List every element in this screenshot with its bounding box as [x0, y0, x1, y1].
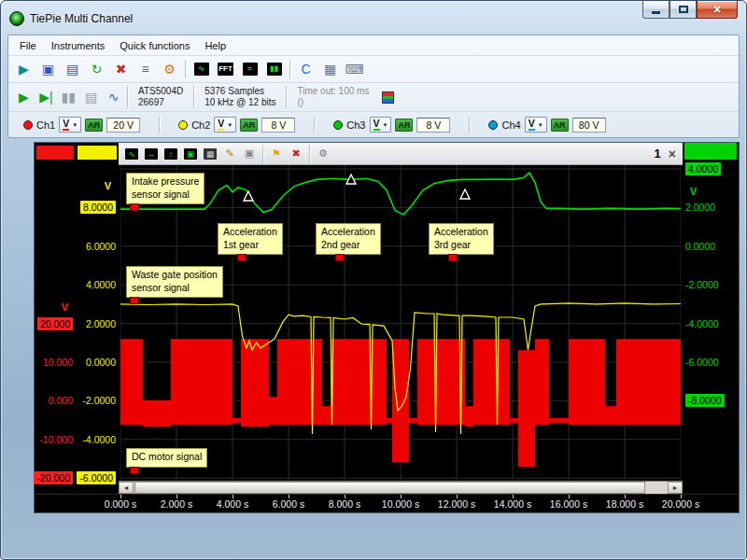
scope-mode-icon[interactable]: ▤ — [80, 87, 102, 108]
graph-display-icon: ∿ — [125, 148, 138, 160]
graph-settings-icon[interactable]: ⚙ — [314, 145, 332, 162]
channel-range-value: 20 V — [106, 118, 140, 133]
close-button[interactable]: × — [697, 1, 738, 19]
channel-ch4: Ch4V▼AR80 V — [483, 117, 611, 133]
delete-label-icon[interactable]: ✖ — [287, 145, 305, 162]
channel-ch2: Ch2V▼AR8 V — [173, 117, 301, 133]
bar-meter-icon[interactable]: ▮▮ — [262, 58, 286, 80]
plot-area[interactable]: Intake pressuresensor signalAcceleration… — [120, 165, 681, 481]
channel-unit-dropdown[interactable]: V▼ — [370, 117, 392, 133]
print-icon[interactable]: ≡ — [134, 58, 157, 80]
scrollbar-track[interactable] — [134, 482, 667, 494]
channel-label: Ch2 — [191, 119, 210, 131]
start-measurement-icon: ▶ — [19, 91, 29, 104]
add-label-icon[interactable]: ⚑ — [267, 145, 286, 162]
pan-vertical-icon[interactable]: ↕ — [162, 145, 180, 162]
graph-close-icon[interactable]: × — [669, 147, 676, 161]
callout-anchor-marker — [237, 254, 247, 261]
delete-icon[interactable]: ✖ — [109, 58, 133, 80]
chevron-down-icon: ▼ — [383, 122, 388, 128]
callout-acceleration-3rd[interactable]: Acceleration3rd gear — [429, 223, 494, 255]
minimize-icon — [652, 11, 660, 14]
delete-icon: ✖ — [116, 63, 127, 76]
channel-unit-dropdown[interactable]: V▼ — [59, 117, 81, 133]
autorange-badge[interactable]: AR — [395, 119, 413, 132]
channel-label: Ch4 — [501, 119, 520, 131]
trace-red-block — [392, 339, 409, 462]
timeout-label: Time out: 100 ms — [297, 86, 369, 98]
graph-icon[interactable]: ∿ — [190, 58, 213, 80]
minimize-button[interactable] — [642, 1, 669, 19]
export-icon[interactable]: ▤ — [61, 58, 84, 80]
autorange-badge[interactable]: AR — [85, 119, 103, 132]
callout-dc-motor[interactable]: DC motor signal — [126, 448, 207, 468]
channel-unit-dropdown[interactable]: V▼ — [214, 117, 236, 133]
pause-icon[interactable]: ▮▮ — [58, 87, 79, 108]
trace-red-block — [233, 418, 241, 423]
axis-unit-label: V — [105, 180, 111, 191]
meter-icon[interactable]: ≈ — [238, 58, 261, 80]
plot-scrollbar[interactable]: ◄ ► — [119, 481, 683, 494]
zoom-reset-icon: ▣ — [184, 148, 197, 160]
scroll-right-button[interactable]: ► — [668, 482, 683, 494]
sample-rate: 10 kHz @ 12 bits — [204, 97, 275, 109]
red-axis-header[interactable] — [36, 146, 74, 161]
callout-text: Waste gate position — [132, 269, 218, 282]
graph-display-icon[interactable]: ∿ — [122, 145, 141, 162]
settings-icon: ⚙ — [163, 63, 176, 76]
menu-item-quick-functions[interactable]: Quick functions — [112, 37, 197, 54]
annotation-arrow-icon — [460, 189, 470, 199]
tiepie-c-icon[interactable]: C — [294, 58, 317, 80]
snapshot-icon[interactable]: ▦ — [201, 145, 219, 162]
menu-item-help[interactable]: Help — [197, 37, 233, 54]
app-window: TiePie Multi Channel × FileInstrumentsQu… — [0, 0, 747, 560]
callout-text: DC motor signal — [132, 451, 202, 464]
channel-colors-icon[interactable] — [382, 91, 394, 104]
callout-intake-pressure[interactable]: Intake pressuresensor signal — [126, 173, 204, 204]
save-icon[interactable]: ▣ — [36, 58, 60, 80]
zoom-reset-icon[interactable]: ▣ — [181, 145, 200, 162]
open-instrument-icon[interactable]: ▶ — [12, 58, 35, 80]
start-measurement-icon[interactable]: ▶ — [13, 87, 35, 108]
generator-icon[interactable]: ∿ — [103, 87, 124, 108]
keyboard-icon[interactable]: ⌨ — [343, 58, 366, 80]
edit-label-icon[interactable]: ✎ — [220, 145, 239, 162]
axis-tick-label: 0.000 — [49, 394, 73, 407]
trace-red-block — [465, 406, 473, 427]
scroll-left-button[interactable]: ◄ — [119, 482, 134, 494]
green-axis-header[interactable] — [684, 143, 737, 160]
fft-icon[interactable]: FFT — [214, 58, 237, 80]
axis-tick-label: 2.0000 — [685, 201, 715, 214]
one-shot-icon[interactable]: ▶| — [35, 87, 57, 108]
autorange-badge[interactable]: AR — [240, 119, 258, 132]
menu-item-instruments[interactable]: Instruments — [44, 37, 112, 54]
unit-label: V — [374, 119, 380, 131]
menu-item-file[interactable]: File — [12, 37, 44, 54]
channel-unit-dropdown[interactable]: V▼ — [525, 117, 547, 133]
yellow-axis[interactable]: V8.00006.00004.00002.00000.0000-2.0000-4… — [76, 143, 119, 494]
window-controls: × — [642, 1, 738, 19]
channel-label: Ch3 — [346, 119, 365, 131]
axis-tick-label: 0.0000 — [86, 356, 116, 369]
scrollbar-thumb[interactable] — [134, 482, 645, 494]
save-graph-icon[interactable]: ▣ — [240, 145, 259, 162]
pan-horizontal-icon[interactable]: ↔ — [142, 145, 161, 162]
settings-icon[interactable]: ⚙ — [158, 58, 181, 80]
refresh-icon[interactable]: ↻ — [85, 58, 108, 80]
unit-label: V — [218, 119, 224, 131]
callout-acceleration-1st[interactable]: Acceleration1st gear — [218, 223, 283, 255]
callout-waste-gate[interactable]: Waste gate positionsensor signal — [126, 266, 223, 298]
green-axis[interactable]: V4.00002.00000.0000-2.0000-4.0000-6.0000… — [683, 143, 739, 494]
axis-tick-label: 2.0000 — [86, 317, 116, 330]
yellow-axis-header[interactable] — [78, 146, 117, 161]
trace-red-block — [569, 339, 605, 425]
io-panel-icon[interactable]: ▦ — [318, 58, 342, 80]
time-tick-label: 4.000 s — [217, 498, 248, 510]
callout-acceleration-2nd[interactable]: Acceleration2nd gear — [316, 223, 381, 255]
titlebar[interactable]: TiePie Multi Channel × — [7, 1, 740, 35]
autorange-badge[interactable]: AR — [551, 119, 569, 132]
trace-red-block — [120, 339, 143, 425]
maximize-button[interactable] — [669, 1, 697, 19]
axis-tick-label: -4.0000 — [82, 433, 116, 446]
red-axis[interactable]: V20.00010.0000.000-10.000-20.000 — [35, 143, 76, 494]
